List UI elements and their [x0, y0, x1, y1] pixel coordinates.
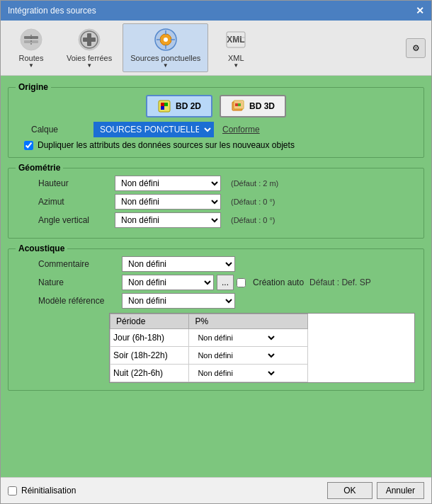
soir-label: Soir (18h-22h)	[110, 347, 189, 365]
dupliquer-label: Dupliquer les attributs des données sour…	[38, 140, 295, 150]
angle-select[interactable]: Non défini	[115, 212, 221, 228]
creation-auto-label: Création auto	[253, 277, 304, 287]
commentaire-select[interactable]: Non défini	[122, 256, 235, 272]
hauteur-label: Hauteur	[38, 178, 109, 188]
svg-rect-26	[238, 103, 241, 106]
bd2d-icon	[157, 99, 171, 113]
calque-select[interactable]: SOURCES PONCTUELLES	[93, 122, 214, 137]
svg-rect-7	[83, 38, 96, 42]
modele-row: Modèle référence Non défini	[17, 293, 415, 309]
geometrie-section-label: Géométrie	[16, 163, 63, 173]
ok-button[interactable]: OK	[327, 482, 372, 499]
bd3d-icon	[231, 99, 245, 113]
nuit-label: Nuit (22h-6h)	[110, 365, 189, 382]
bd2d-button[interactable]: BD 2D	[146, 95, 212, 118]
bd3d-button[interactable]: BD 3D	[220, 95, 286, 118]
nature-extra-button[interactable]: ...	[217, 275, 234, 290]
col-periode: Période	[110, 314, 189, 329]
cancel-button[interactable]: Annuler	[377, 482, 424, 499]
xml-arrow: ▼	[233, 62, 239, 69]
footer-right: OK Annuler	[327, 482, 424, 499]
origine-section: Origine BD 2D	[8, 87, 424, 158]
periode-table-container: Période P% Jour (6h-18h) Non défini	[109, 313, 415, 383]
footer: Réinitialisation OK Annuler	[1, 477, 431, 503]
azimut-select[interactable]: Non défini	[115, 194, 221, 210]
azimut-hint: (Défaut : 0 °)	[231, 197, 275, 206]
reinitialisation-checkbox[interactable]	[8, 486, 17, 496]
toolbar-item-xml[interactable]: XML XML ▼	[211, 23, 261, 72]
nature-select[interactable]: Non défini	[122, 275, 214, 290]
routes-label: Routes	[19, 54, 44, 62]
svg-rect-20	[164, 103, 168, 106]
hauteur-row: Hauteur Non défini (Défaut : 2 m)	[17, 176, 415, 191]
xml-icon: XML	[223, 27, 249, 52]
table-row: Soir (18h-22h) Non défini	[110, 347, 308, 365]
creation-auto-checkbox[interactable]	[237, 278, 246, 287]
modele-select[interactable]: Non défini	[122, 293, 235, 309]
calque-label: Calque	[31, 125, 88, 134]
angle-row: Angle vertical Non défini (Défaut : 0 °)	[17, 212, 415, 228]
commentaire-row: Commentaire Non défini	[17, 256, 415, 272]
toolbar-item-sources-ponctuelles[interactable]: Sources ponctuelles ▼	[123, 23, 208, 72]
nuit-select[interactable]: Non défini	[192, 366, 277, 380]
svg-text:XML: XML	[227, 35, 245, 45]
sources-ponctuelles-icon	[153, 27, 178, 52]
bd3d-label: BD 3D	[249, 101, 275, 111]
bd2d-label: BD 2D	[176, 101, 201, 111]
acoustique-section-label: Acoustique	[16, 244, 67, 253]
main-window: Intégration des sources ✕ Routes ▼	[0, 0, 432, 504]
toolbar: Routes ▼ Voies ferrées ▼	[1, 21, 431, 76]
azimut-label: Azimut	[38, 197, 109, 207]
angle-hint: (Défaut : 0 °)	[231, 216, 275, 224]
title-bar: Intégration des sources ✕	[1, 1, 431, 21]
nature-label: Nature	[38, 277, 116, 287]
hauteur-hint: (Défaut : 2 m)	[231, 179, 278, 188]
svg-rect-22	[164, 106, 168, 110]
voies-ferrees-label: Voies ferrées	[67, 54, 112, 62]
hauteur-select[interactable]: Non défini	[115, 176, 221, 191]
main-content: Origine BD 2D	[1, 76, 431, 477]
svg-point-0	[21, 29, 42, 50]
bd-button-row: BD 2D BD 3D	[17, 95, 415, 118]
voies-ferrees-arrow: ▼	[86, 62, 92, 69]
conforme-link[interactable]: Conforme	[222, 125, 260, 134]
footer-left: Réinitialisation	[8, 486, 76, 496]
geometrie-section: Géométrie Hauteur Non défini (Défaut : 2…	[8, 168, 424, 239]
jour-select[interactable]: Non défini	[192, 331, 277, 345]
col-p-percent: P%	[189, 314, 308, 329]
azimut-row: Azimut Non défini (Défaut : 0 °)	[17, 194, 415, 210]
defaut-label: Défaut : Def. SP	[309, 277, 371, 287]
xml-label: XML	[228, 54, 244, 62]
soir-select[interactable]: Non défini	[192, 348, 277, 362]
origine-section-label: Origine	[16, 82, 51, 92]
nuit-value-cell: Non défini	[189, 365, 308, 382]
periode-table: Période P% Jour (6h-18h) Non défini	[110, 314, 308, 382]
toolbar-item-routes[interactable]: Routes ▼	[6, 23, 56, 72]
soir-value-cell: Non défini	[189, 347, 308, 365]
sources-ponctuelles-arrow: ▼	[163, 62, 169, 69]
calque-row: Calque SOURCES PONCTUELLES Conforme	[17, 122, 415, 137]
toolbar-item-voies-ferrees[interactable]: Voies ferrées ▼	[59, 23, 120, 72]
gear-icon: ⚙	[412, 43, 420, 53]
svg-rect-19	[161, 103, 164, 106]
jour-value-cell: Non défini	[189, 329, 308, 347]
svg-point-10	[164, 38, 168, 42]
table-row: Jour (6h-18h) Non défini	[110, 329, 308, 347]
dupliquer-checkbox[interactable]	[24, 141, 33, 150]
voies-ferrees-icon	[76, 27, 102, 52]
window-title: Intégration des sources	[8, 6, 96, 16]
modele-label: Modèle référence	[38, 296, 116, 306]
gear-button[interactable]: ⚙	[406, 38, 426, 58]
dupliquer-checkbox-row: Dupliquer les attributs des données sour…	[24, 140, 415, 150]
svg-rect-21	[161, 106, 164, 110]
close-button[interactable]: ✕	[416, 5, 424, 16]
sources-ponctuelles-label: Sources ponctuelles	[130, 54, 200, 62]
reinitialisation-label: Réinitialisation	[21, 486, 76, 496]
acoustique-section: Acoustique Commentaire Non défini Nature…	[8, 248, 424, 391]
jour-label: Jour (6h-18h)	[110, 329, 189, 347]
routes-arrow: ▼	[28, 62, 34, 69]
commentaire-label: Commentaire	[38, 259, 116, 269]
nature-controls: Non défini ... Création auto Défaut : De…	[122, 275, 371, 290]
svg-rect-25	[235, 103, 238, 106]
nature-row: Nature Non défini ... Création auto Défa…	[17, 275, 415, 290]
